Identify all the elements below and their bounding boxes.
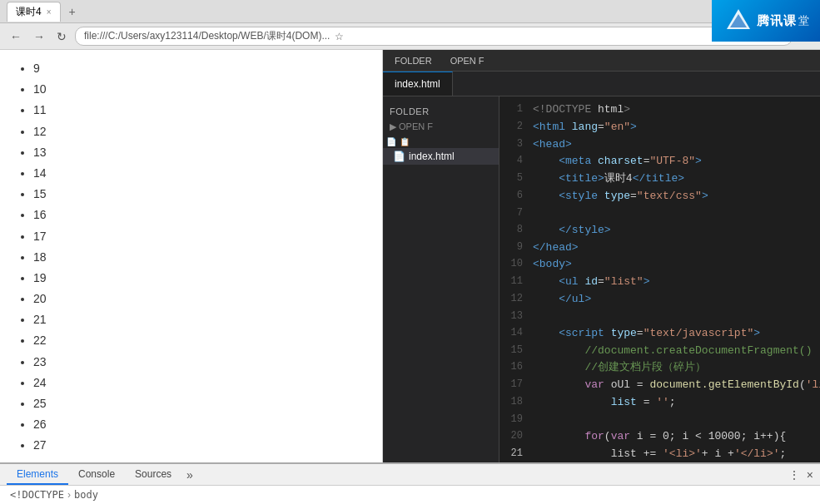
line-code[interactable]: <!DOCTYPE html>: [533, 101, 820, 119]
line-number: 12: [499, 291, 533, 309]
nav-forward-btn[interactable]: →: [30, 28, 48, 45]
line-code[interactable]: list += '<li>'+ i +'</li>';: [533, 446, 820, 462]
bookmark-icon[interactable]: ☆: [335, 31, 344, 42]
list-item: 15: [33, 184, 365, 205]
line-code[interactable]: </ul>: [533, 291, 820, 309]
editor-file-tab[interactable]: index.html: [383, 72, 453, 96]
line-code[interactable]: [533, 309, 820, 325]
devtools-tab-sources-label: Sources: [135, 468, 171, 480]
editor-tab-label: index.html: [395, 78, 440, 90]
code-line: 4 <meta charset="UTF-8">: [499, 153, 820, 170]
line-number: 1: [499, 101, 533, 119]
nav-back-btn[interactable]: ←: [7, 28, 25, 45]
line-number: 3: [499, 136, 533, 154]
list-item: 18: [33, 247, 365, 268]
code-line: 16 //创建文档片段（碎片）: [499, 359, 820, 377]
list-item: 9: [33, 58, 365, 79]
line-code[interactable]: <meta charset="UTF-8">: [533, 153, 820, 170]
nav-refresh-btn[interactable]: ↻: [53, 28, 70, 45]
tab-close-btn[interactable]: ×: [47, 7, 52, 17]
tencent-brand-text: 腾讯课: [757, 13, 797, 29]
devtools-menu-btn[interactable]: ⋮: [788, 468, 800, 482]
line-number: 2: [499, 119, 533, 136]
devtools-tab-elements[interactable]: Elements: [7, 465, 68, 485]
address-bar: ← → ↻ file:///C:/Users/axy123114/Desktop…: [0, 23, 820, 50]
list-item: 26: [33, 414, 365, 435]
sidebar-file-item[interactable]: 📄 index.html: [383, 148, 499, 165]
sidebar-filename: index.html: [409, 151, 455, 162]
list-item: 23: [33, 352, 365, 373]
sidebar-icon-1[interactable]: 📄: [386, 137, 396, 146]
list-item: 19: [33, 268, 365, 289]
line-code[interactable]: //document.createDocumentFragment(): [533, 343, 820, 360]
editor-sidebar: FOLDER ▶ OPEN F 📄 📋 📄 index.html: [383, 96, 499, 462]
line-code[interactable]: <body>: [533, 256, 820, 274]
line-code[interactable]: [533, 412, 820, 428]
code-editor: FOLDER OPEN F index.html FOLDER ▶ OPEN F…: [383, 50, 820, 462]
line-code[interactable]: <style type="text/css">: [533, 188, 820, 205]
topbar-folder[interactable]: FOLDER: [390, 54, 437, 67]
url-text: file:///C:/Users/axy123114/Desktop/WEB/课…: [84, 29, 330, 43]
line-number: 15: [499, 343, 533, 360]
list-item: 21: [33, 309, 365, 330]
line-code[interactable]: <html lang="en">: [533, 119, 820, 136]
line-code[interactable]: [533, 205, 820, 222]
line-number: 14: [499, 325, 533, 343]
devtools-breadcrumb-arrow: ›: [67, 489, 71, 501]
url-bar[interactable]: file:///C:/Users/axy123114/Desktop/WEB/课…: [75, 27, 793, 46]
list-item: 24: [33, 373, 365, 393]
line-code[interactable]: <ul id="list">: [533, 274, 820, 291]
code-line: 3<head>: [499, 136, 820, 154]
line-number: 13: [499, 309, 533, 325]
line-code[interactable]: </style>: [533, 222, 820, 240]
code-line: 15 //document.createDocumentFragment(): [499, 343, 820, 360]
line-code[interactable]: list = '';: [533, 394, 820, 412]
devtools-tab-sources[interactable]: Sources: [125, 465, 181, 485]
tencent-logo: 腾讯课 堂: [712, 0, 820, 42]
devtools-tab-console-label: Console: [78, 468, 115, 480]
list-item: 27: [33, 435, 365, 456]
browser-preview: 9101112131415161718192021222324252627282…: [0, 50, 383, 462]
code-line: 17 var oUl = document.getElementById('li…: [499, 377, 820, 394]
topbar-openf[interactable]: OPEN F: [445, 54, 490, 67]
sidebar-icon-2[interactable]: 📋: [400, 137, 410, 146]
line-code[interactable]: <title>课时4</title>: [533, 170, 820, 188]
line-number: 19: [499, 412, 533, 428]
main-area: 9101112131415161718192021222324252627282…: [0, 50, 820, 462]
line-code[interactable]: //创建文档片段（碎片）: [533, 359, 820, 377]
code-view[interactable]: 1<!DOCTYPE html>2<html lang="en">3<head>…: [499, 96, 820, 462]
new-tab-btn[interactable]: +: [66, 5, 79, 18]
file-icon: 📄: [393, 151, 405, 162]
code-line: 19: [499, 412, 820, 428]
devtools-tab-console[interactable]: Console: [68, 465, 125, 485]
line-code[interactable]: for(var i = 0; i < 10000; i++){: [533, 428, 820, 446]
editor-tabs: index.html: [383, 72, 820, 96]
browser-tab[interactable]: 课时4 ×: [7, 2, 61, 22]
line-code[interactable]: var oUl = document.getElementById('list'…: [533, 377, 820, 394]
browser-tab-bar: 课时4 × +: [0, 0, 820, 23]
devtools-tab-more[interactable]: »: [181, 468, 198, 482]
devtools-breadcrumb-body: body: [74, 489, 98, 501]
line-code[interactable]: </head>: [533, 240, 820, 257]
code-line: 7: [499, 205, 820, 222]
code-line: 2<html lang="en">: [499, 119, 820, 136]
editor-topbar: FOLDER OPEN F: [383, 50, 820, 72]
line-number: 17: [499, 377, 533, 394]
devtools-close-btn[interactable]: ×: [807, 468, 813, 482]
line-number: 9: [499, 240, 533, 257]
sidebar-icons: 📄 📋: [383, 134, 499, 148]
list-item: 17: [33, 226, 365, 247]
line-number: 20: [499, 428, 533, 446]
list-item: 25: [33, 393, 365, 414]
code-line: 12 </ul>: [499, 291, 820, 309]
code-line: 1<!DOCTYPE html>: [499, 101, 820, 119]
line-code[interactable]: <head>: [533, 136, 820, 154]
line-code[interactable]: <script type="text/javascript">: [533, 325, 820, 343]
tab-title: 课时4: [16, 5, 42, 19]
code-line: 11 <ul id="list">: [499, 274, 820, 291]
line-number: 10: [499, 256, 533, 274]
line-number: 21: [499, 446, 533, 462]
tencent-icon: [723, 6, 753, 36]
line-number: 11: [499, 274, 533, 291]
line-number: 18: [499, 394, 533, 412]
